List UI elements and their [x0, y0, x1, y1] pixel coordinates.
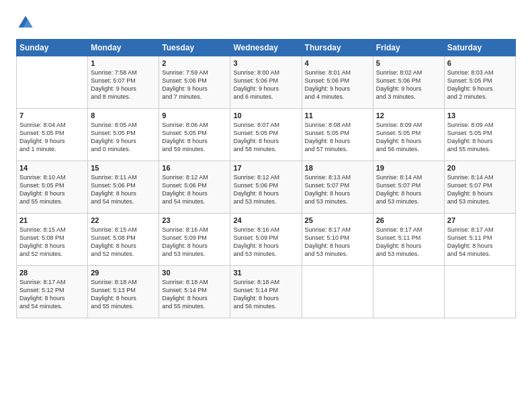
- day-info: Sunrise: 8:15 AM Sunset: 5:08 PM Dayligh…: [19, 226, 85, 259]
- header: [16, 13, 516, 32]
- page: SundayMondayTuesdayWednesdayThursdayFrid…: [0, 0, 532, 411]
- day-info: Sunrise: 8:10 AM Sunset: 5:05 PM Dayligh…: [19, 173, 85, 206]
- day-number: 30: [162, 269, 227, 277]
- day-number: 21: [19, 216, 85, 224]
- day-info: Sunrise: 8:05 AM Sunset: 5:05 PM Dayligh…: [91, 121, 156, 154]
- week-row-4: 21Sunrise: 8:15 AM Sunset: 5:08 PM Dayli…: [17, 214, 516, 266]
- day-info: Sunrise: 8:16 AM Sunset: 5:09 PM Dayligh…: [233, 226, 298, 259]
- col-header-sunday: Sunday: [17, 40, 88, 56]
- calendar-cell: 26Sunrise: 8:17 AM Sunset: 5:11 PM Dayli…: [373, 214, 444, 266]
- calendar-cell: 29Sunrise: 8:18 AM Sunset: 5:13 PM Dayli…: [88, 266, 159, 318]
- day-info: Sunrise: 8:18 AM Sunset: 5:14 PM Dayligh…: [233, 278, 298, 311]
- day-number: 15: [91, 164, 156, 172]
- day-number: 13: [447, 111, 513, 120]
- calendar-cell: 8Sunrise: 8:05 AM Sunset: 5:05 PM Daylig…: [88, 109, 159, 161]
- day-info: Sunrise: 8:18 AM Sunset: 5:13 PM Dayligh…: [91, 278, 156, 311]
- calendar-cell: 11Sunrise: 8:08 AM Sunset: 5:05 PM Dayli…: [302, 109, 373, 161]
- day-number: 9: [162, 111, 227, 120]
- calendar-cell: 9Sunrise: 8:06 AM Sunset: 5:05 PM Daylig…: [159, 109, 230, 161]
- day-info: Sunrise: 8:03 AM Sunset: 5:05 PM Dayligh…: [447, 68, 513, 101]
- calendar-cell: 7Sunrise: 8:04 AM Sunset: 5:05 PM Daylig…: [17, 109, 88, 161]
- day-number: 10: [233, 111, 298, 120]
- calendar-cell: 22Sunrise: 8:15 AM Sunset: 5:08 PM Dayli…: [88, 214, 159, 266]
- day-info: Sunrise: 8:17 AM Sunset: 5:12 PM Dayligh…: [19, 278, 85, 311]
- day-number: 7: [19, 111, 85, 120]
- calendar-cell: 23Sunrise: 8:16 AM Sunset: 5:09 PM Dayli…: [159, 214, 230, 266]
- week-row-1: 1Sunrise: 7:58 AM Sunset: 5:07 PM Daylig…: [17, 56, 516, 109]
- day-number: 4: [305, 59, 370, 67]
- day-number: 28: [19, 269, 85, 277]
- col-header-thursday: Thursday: [302, 40, 373, 56]
- day-info: Sunrise: 8:08 AM Sunset: 5:05 PM Dayligh…: [305, 121, 370, 154]
- calendar-cell: [444, 266, 515, 318]
- week-row-3: 14Sunrise: 8:10 AM Sunset: 5:05 PM Dayli…: [17, 161, 516, 214]
- logo-icon: [16, 13, 35, 32]
- day-number: 18: [305, 164, 370, 172]
- day-number: 2: [162, 59, 227, 67]
- day-number: 8: [91, 111, 156, 120]
- calendar-cell: [373, 266, 444, 318]
- day-number: 24: [233, 216, 298, 224]
- calendar-cell: 12Sunrise: 8:09 AM Sunset: 5:05 PM Dayli…: [373, 109, 444, 161]
- calendar-table: SundayMondayTuesdayWednesdayThursdayFrid…: [16, 39, 516, 318]
- calendar-cell: 18Sunrise: 8:13 AM Sunset: 5:07 PM Dayli…: [302, 161, 373, 214]
- day-info: Sunrise: 8:02 AM Sunset: 5:06 PM Dayligh…: [376, 68, 441, 101]
- calendar-cell: 1Sunrise: 7:58 AM Sunset: 5:07 PM Daylig…: [88, 56, 159, 109]
- day-info: Sunrise: 8:09 AM Sunset: 5:05 PM Dayligh…: [376, 121, 441, 154]
- day-info: Sunrise: 8:17 AM Sunset: 5:10 PM Dayligh…: [305, 226, 370, 259]
- calendar-cell: [302, 266, 373, 318]
- calendar-cell: 19Sunrise: 8:14 AM Sunset: 5:07 PM Dayli…: [373, 161, 444, 214]
- day-info: Sunrise: 8:01 AM Sunset: 5:06 PM Dayligh…: [305, 68, 370, 101]
- day-info: Sunrise: 8:17 AM Sunset: 5:11 PM Dayligh…: [376, 226, 441, 259]
- day-number: 6: [447, 59, 513, 67]
- calendar-cell: 17Sunrise: 8:12 AM Sunset: 5:06 PM Dayli…: [230, 161, 302, 214]
- day-number: 17: [233, 164, 298, 172]
- week-row-2: 7Sunrise: 8:04 AM Sunset: 5:05 PM Daylig…: [17, 109, 516, 161]
- day-info: Sunrise: 8:18 AM Sunset: 5:14 PM Dayligh…: [162, 278, 227, 311]
- calendar-cell: 2Sunrise: 7:59 AM Sunset: 5:06 PM Daylig…: [159, 56, 230, 109]
- col-header-friday: Friday: [373, 40, 444, 56]
- day-info: Sunrise: 8:00 AM Sunset: 5:06 PM Dayligh…: [233, 68, 298, 101]
- calendar-cell: 24Sunrise: 8:16 AM Sunset: 5:09 PM Dayli…: [230, 214, 302, 266]
- day-number: 27: [447, 216, 513, 224]
- day-info: Sunrise: 8:15 AM Sunset: 5:08 PM Dayligh…: [91, 226, 156, 259]
- calendar-cell: 16Sunrise: 8:12 AM Sunset: 5:06 PM Dayli…: [159, 161, 230, 214]
- calendar-cell: 3Sunrise: 8:00 AM Sunset: 5:06 PM Daylig…: [230, 56, 302, 109]
- day-number: 1: [91, 59, 156, 67]
- col-header-monday: Monday: [88, 40, 159, 56]
- calendar-cell: 25Sunrise: 8:17 AM Sunset: 5:10 PM Dayli…: [302, 214, 373, 266]
- calendar-cell: 27Sunrise: 8:17 AM Sunset: 5:11 PM Dayli…: [444, 214, 515, 266]
- calendar-cell: 30Sunrise: 8:18 AM Sunset: 5:14 PM Dayli…: [159, 266, 230, 318]
- calendar-cell: 6Sunrise: 8:03 AM Sunset: 5:05 PM Daylig…: [444, 56, 515, 109]
- calendar-cell: 31Sunrise: 8:18 AM Sunset: 5:14 PM Dayli…: [230, 266, 302, 318]
- calendar-cell: 15Sunrise: 8:11 AM Sunset: 5:06 PM Dayli…: [88, 161, 159, 214]
- day-info: Sunrise: 8:09 AM Sunset: 5:05 PM Dayligh…: [447, 121, 513, 154]
- day-number: 20: [447, 164, 513, 172]
- day-info: Sunrise: 8:17 AM Sunset: 5:11 PM Dayligh…: [447, 226, 513, 259]
- day-info: Sunrise: 8:14 AM Sunset: 5:07 PM Dayligh…: [376, 173, 441, 206]
- logo: [16, 13, 38, 32]
- day-number: 3: [233, 59, 298, 67]
- day-info: Sunrise: 8:13 AM Sunset: 5:07 PM Dayligh…: [305, 173, 370, 206]
- calendar-cell: 5Sunrise: 8:02 AM Sunset: 5:06 PM Daylig…: [373, 56, 444, 109]
- day-number: 12: [376, 111, 441, 120]
- day-info: Sunrise: 8:07 AM Sunset: 5:05 PM Dayligh…: [233, 121, 298, 154]
- day-info: Sunrise: 8:12 AM Sunset: 5:06 PM Dayligh…: [162, 173, 227, 206]
- week-row-5: 28Sunrise: 8:17 AM Sunset: 5:12 PM Dayli…: [17, 266, 516, 318]
- col-header-tuesday: Tuesday: [159, 40, 230, 56]
- calendar-cell: 13Sunrise: 8:09 AM Sunset: 5:05 PM Dayli…: [444, 109, 515, 161]
- day-info: Sunrise: 7:59 AM Sunset: 5:06 PM Dayligh…: [162, 68, 227, 101]
- calendar-cell: 21Sunrise: 8:15 AM Sunset: 5:08 PM Dayli…: [17, 214, 88, 266]
- col-header-saturday: Saturday: [444, 40, 515, 56]
- day-number: 26: [376, 216, 441, 224]
- col-header-wednesday: Wednesday: [230, 40, 302, 56]
- calendar-cell: 14Sunrise: 8:10 AM Sunset: 5:05 PM Dayli…: [17, 161, 88, 214]
- calendar-cell: 20Sunrise: 8:14 AM Sunset: 5:07 PM Dayli…: [444, 161, 515, 214]
- calendar-cell: [17, 56, 88, 109]
- day-info: Sunrise: 8:16 AM Sunset: 5:09 PM Dayligh…: [162, 226, 227, 259]
- calendar-cell: 4Sunrise: 8:01 AM Sunset: 5:06 PM Daylig…: [302, 56, 373, 109]
- day-info: Sunrise: 8:12 AM Sunset: 5:06 PM Dayligh…: [233, 173, 298, 206]
- day-info: Sunrise: 8:04 AM Sunset: 5:05 PM Dayligh…: [19, 121, 85, 154]
- calendar-cell: 28Sunrise: 8:17 AM Sunset: 5:12 PM Dayli…: [17, 266, 88, 318]
- day-info: Sunrise: 8:06 AM Sunset: 5:05 PM Dayligh…: [162, 121, 227, 154]
